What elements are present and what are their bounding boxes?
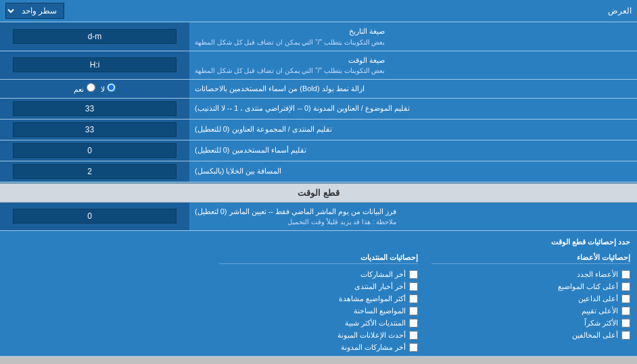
- checkbox-new-members-label: الأعضاء الجدد: [577, 270, 618, 279]
- checkbox-top-inviters[interactable]: [621, 294, 630, 303]
- section-header-cutoff: قطع الوقت: [0, 182, 637, 203]
- checkbox-col-members: إحصائيات الأعضاء الأعضاء الجدد أعلى كتاب…: [431, 253, 630, 352]
- date-format-input[interactable]: [13, 29, 176, 44]
- date-format-row: صيغة التاريخ بعض التكوينات يتطلب "/" الت…: [0, 22, 637, 51]
- checkbox-blog-posts[interactable]: [409, 343, 418, 352]
- checkbox-latest-ads[interactable]: [409, 331, 418, 340]
- cutoff-label: فرز البيانات من يوم الماشر الماضي فقط --…: [189, 203, 637, 231]
- checkbox-item: أكثر المواضيع مشاهدة: [219, 294, 418, 303]
- date-format-label: صيغة التاريخ بعض التكوينات يتطلب "/" الت…: [189, 22, 637, 51]
- checkbox-top-rated-label: الأعلى تقييم: [582, 307, 618, 315]
- checkbox-top-rated[interactable]: [621, 307, 630, 315]
- cutoff-row: فرز البيانات من يوم الماشر الماضي فقط --…: [0, 203, 637, 232]
- checkbox-item: أعلى الداعين: [431, 294, 630, 303]
- checkbox-last-posts-label: أخر المشاركات: [360, 270, 406, 279]
- checkboxes-grid: إحصائيات الأعضاء الأعضاء الجدد أعلى كتاب…: [7, 253, 630, 352]
- user-names-input[interactable]: [13, 143, 176, 158]
- checkbox-item: الأعلى تقييم: [431, 307, 630, 315]
- display-label: العرض: [608, 6, 632, 16]
- forum-titles-input-cell: [0, 120, 189, 140]
- checkbox-hot-topics[interactable]: [409, 307, 418, 315]
- time-format-row: صيغة الوقت بعض التكوينات يتطلب "/" التي …: [0, 51, 637, 80]
- checkbox-most-thanks[interactable]: [621, 319, 630, 328]
- date-format-input-cell: [0, 22, 189, 51]
- checkbox-item: أحدث الإعلانات المبونة: [219, 331, 418, 340]
- checkbox-item: الأعضاء الجدد: [431, 270, 630, 279]
- checkbox-blog-posts-label: أخر مشاركات المدونة: [341, 343, 406, 352]
- topic-titles-row: تقليم الموضوع / العناوين المدونة (0 -- ا…: [0, 99, 637, 120]
- cell-spacing-label: المسافة بين الخلايا (بالبكسل): [189, 161, 637, 182]
- main-container: العرض سطر واحدسطرينثلاثة أسطر صيغة التار…: [0, 0, 637, 357]
- checkbox-col-extra: [7, 253, 206, 352]
- checkbox-top-inviters-label: أعلى الداعين: [578, 294, 618, 303]
- forum-titles-label: تقليم المنتدى / المجموعة العناوين (0 للت…: [189, 120, 637, 140]
- user-names-label: تقليم أسماء المستخدمين (0 للتعطيل): [189, 140, 637, 161]
- time-format-label: صيغة الوقت بعض التكوينات يتطلب "/" التي …: [189, 51, 637, 80]
- checkbox-item: الأكثر شكراً: [431, 319, 630, 328]
- display-select[interactable]: سطر واحدسطرينثلاثة أسطر: [5, 3, 64, 19]
- checkbox-most-viewed[interactable]: [409, 294, 418, 303]
- checkbox-forum-news-label: أخر أخبار المنتدى: [354, 282, 406, 291]
- radio-no-label: لا: [101, 83, 116, 94]
- bold-remove-row: ازالة نمط بولد (Bold) من اسماء المستخدمي…: [0, 80, 637, 99]
- checkbox-col-forums: إحصائيات المنتديات أخر المشاركات أخر أخب…: [219, 253, 418, 352]
- radio-no[interactable]: [107, 83, 116, 92]
- col-forums-header: إحصائيات المنتديات: [219, 253, 418, 264]
- topic-titles-input[interactable]: [13, 101, 176, 116]
- checkbox-item: أعلى كتاب المواضيع: [431, 282, 630, 291]
- cell-spacing-input[interactable]: [13, 164, 176, 179]
- cutoff-input[interactable]: [13, 209, 176, 224]
- checkbox-item: أخر مشاركات المدونة: [219, 343, 418, 352]
- forum-titles-input[interactable]: [13, 122, 176, 137]
- checkboxes-header: حدد إحصائيات قطع الوقت: [7, 235, 630, 249]
- checkbox-most-viewed-label: أكثر المواضيع مشاهدة: [339, 294, 406, 303]
- time-format-input-cell: [0, 51, 189, 80]
- checkbox-item: أعلى المخالفين: [431, 331, 630, 340]
- time-format-input[interactable]: [13, 57, 176, 72]
- cell-spacing-row: المسافة بين الخلايا (بالبكسل): [0, 161, 637, 182]
- checkbox-item: أخر المشاركات: [219, 270, 418, 279]
- topic-titles-label: تقليم الموضوع / العناوين المدونة (0 -- ا…: [189, 99, 637, 119]
- checkbox-item: المواضيع الساخنة: [219, 307, 418, 315]
- user-names-row: تقليم أسماء المستخدمين (0 للتعطيل): [0, 140, 637, 161]
- checkbox-latest-ads-label: أحدث الإعلانات المبونة: [337, 331, 406, 340]
- bold-remove-input-cell: لا نعم: [0, 80, 189, 98]
- checkbox-hot-topics-label: المواضيع الساخنة: [354, 307, 406, 315]
- checkbox-top-writers-label: أعلى كتاب المواضيع: [558, 282, 618, 291]
- checkbox-most-similar-label: المنتديات الأكثر شبية: [345, 319, 406, 328]
- checkbox-last-posts[interactable]: [409, 270, 418, 279]
- top-row: العرض سطر واحدسطرينثلاثة أسطر: [0, 0, 637, 22]
- checkbox-top-violators[interactable]: [621, 331, 630, 340]
- radio-yes-label: نعم: [74, 83, 95, 94]
- forum-titles-row: تقليم المنتدى / المجموعة العناوين (0 للت…: [0, 120, 637, 140]
- topic-titles-input-cell: [0, 99, 189, 119]
- checkbox-top-violators-label: أعلى المخالفين: [572, 331, 618, 340]
- user-names-input-cell: [0, 140, 189, 161]
- radio-yes[interactable]: [87, 83, 95, 92]
- col-members-header: إحصائيات الأعضاء: [431, 253, 630, 264]
- bold-radio-group: لا نعم: [74, 83, 115, 94]
- checkbox-most-thanks-label: الأكثر شكراً: [584, 319, 618, 328]
- select-cell: سطر واحدسطرينثلاثة أسطر: [5, 3, 64, 19]
- checkbox-forum-news[interactable]: [409, 282, 418, 291]
- checkbox-top-writers[interactable]: [621, 282, 630, 291]
- checkbox-new-members[interactable]: [621, 270, 630, 279]
- cutoff-input-cell: [0, 203, 189, 231]
- cell-spacing-input-cell: [0, 161, 189, 182]
- checkbox-item: أخر أخبار المنتدى: [219, 282, 418, 291]
- checkboxes-section: حدد إحصائيات قطع الوقت إحصائيات الأعضاء …: [0, 231, 637, 357]
- checkbox-item: المنتديات الأكثر شبية: [219, 319, 418, 328]
- checkbox-most-similar[interactable]: [409, 319, 418, 328]
- bold-remove-label: ازالة نمط بولد (Bold) من اسماء المستخدمي…: [189, 80, 637, 98]
